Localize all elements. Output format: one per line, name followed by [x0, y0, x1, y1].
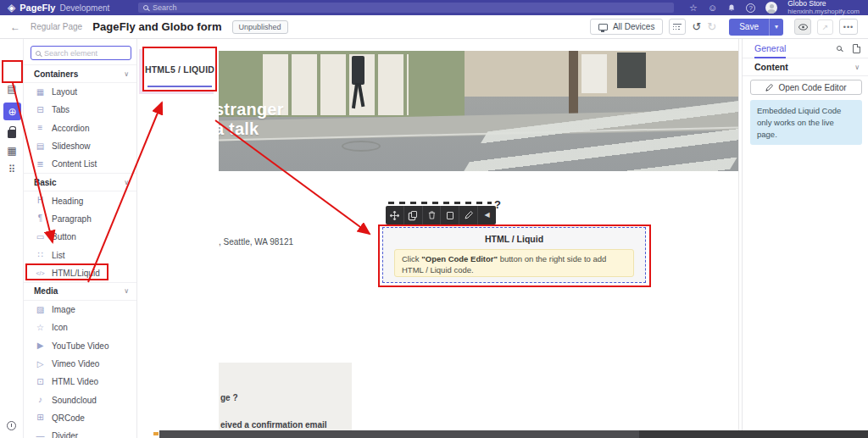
- editor-toolbar: ← Regular Page PageFly and Globo form Un…: [0, 15, 868, 39]
- content-section-header[interactable]: Content ∨: [743, 58, 868, 76]
- element-item-paragraph[interactable]: ¶Paragraph: [24, 210, 137, 228]
- duplicate-icon[interactable]: [404, 206, 423, 225]
- youtube-icon: ▶: [35, 341, 46, 350]
- element-item-youtube-video[interactable]: ▶YouTube Video: [24, 337, 137, 355]
- save-template-icon[interactable]: [441, 206, 459, 225]
- add-element-icon[interactable]: ⊕: [3, 103, 21, 120]
- save-dropdown-caret[interactable]: ▾: [769, 19, 783, 36]
- store-info[interactable]: Globo Store hienxinh.myshopify.com: [787, 0, 860, 15]
- chat-icon[interactable]: ☺: [708, 3, 717, 13]
- element-item-vimeo-video[interactable]: ▷Vimeo Video: [24, 355, 137, 373]
- history-icon[interactable]: [7, 421, 16, 430]
- element-item-heading[interactable]: HHeading: [24, 191, 137, 209]
- move-icon[interactable]: [386, 206, 404, 225]
- element-item-accordion[interactable]: ≡Accordion: [24, 119, 137, 137]
- more-button[interactable]: •••: [839, 19, 858, 35]
- selected-element-annotation: HTML / Liquid Click "Open Code Editor" b…: [378, 225, 651, 287]
- section-header-containers[interactable]: Containers∨: [24, 64, 137, 83]
- html-liquid-element[interactable]: HTML / Liquid Click "Open Code Editor" b…: [382, 227, 646, 283]
- star-icon[interactable]: ☆: [689, 3, 698, 13]
- store-name: Globo Store: [787, 0, 860, 8]
- store-avatar[interactable]: [765, 2, 777, 14]
- element-item-layout[interactable]: ▦Layout: [24, 83, 137, 101]
- all-devices-label: All Devices: [613, 22, 654, 31]
- element-item-tabs[interactable]: ⊟Tabs: [24, 101, 137, 119]
- trash-icon[interactable]: [423, 206, 442, 225]
- address-text: , Seattle, WA 98121: [219, 237, 293, 247]
- preview-button[interactable]: [794, 19, 811, 35]
- monitor-icon: [598, 24, 608, 30]
- element-item-label: Button: [52, 232, 76, 241]
- chevron-down-icon: ∨: [124, 179, 129, 186]
- element-item-label: HTML Video: [52, 377, 98, 386]
- element-item-list[interactable]: ∷List: [24, 246, 137, 263]
- hero-manhole: [342, 141, 381, 152]
- pen-icon[interactable]: [459, 206, 478, 225]
- document-icon[interactable]: [853, 44, 860, 53]
- element-item-html-liquid[interactable]: </>HTML/Liquid: [24, 264, 137, 282]
- global-search[interactable]: [138, 3, 674, 13]
- soundcloud-icon: ♪: [35, 396, 46, 404]
- element-sections: Containers∨▦Layout⊟Tabs≡Accordion▤Slides…: [24, 64, 137, 438]
- export-button[interactable]: ↗: [817, 19, 833, 35]
- undo-icon[interactable]: ↺: [692, 21, 701, 32]
- vimeo-icon: ▷: [35, 360, 46, 369]
- element-item-label: Layout: [52, 87, 77, 97]
- page-right-edge: [738, 39, 739, 438]
- element-item-label: Tabs: [52, 105, 70, 114]
- horizontal-scrollbar[interactable]: [159, 430, 868, 438]
- global-search-input[interactable]: [153, 3, 669, 12]
- element-item-html-video[interactable]: ⊡HTML Video: [24, 373, 137, 391]
- element-item-label: Content List: [52, 159, 97, 169]
- inspector-panel: General Content ∨ Open Code Editor Embed…: [742, 39, 868, 438]
- templates-icon[interactable]: ▦: [0, 146, 24, 156]
- element-item-label: Paragraph: [52, 214, 92, 224]
- scrollbar-thumb[interactable]: [159, 430, 639, 438]
- element-item-qrcode[interactable]: ⊞QRCode: [24, 409, 137, 427]
- element-item-icon[interactable]: ☆Icon: [24, 319, 137, 336]
- pages-icon[interactable]: ▤: [0, 84, 24, 94]
- save-button[interactable]: Save: [729, 19, 769, 36]
- section-label: Basic: [34, 178, 124, 187]
- element-item-image[interactable]: ▨Image: [24, 301, 137, 319]
- apps-icon[interactable]: ⠿: [0, 164, 24, 175]
- back-arrow-icon[interactable]: ←: [10, 21, 20, 33]
- shopify-icon[interactable]: [8, 130, 16, 138]
- tabs-icon: ⊟: [35, 106, 46, 114]
- element-item-divider[interactable]: —Divider: [24, 427, 137, 438]
- element-item-soundcloud[interactable]: ♪Soundcloud: [24, 391, 137, 408]
- bell-icon[interactable]: [727, 3, 736, 13]
- pagefly-editor: ◈ PageFly Development ☆ ☺ ? Globo Store …: [0, 0, 868, 438]
- canvas[interactable]: HTML5 / LIQUID stranger a talk , Seattle…: [137, 39, 742, 438]
- hero-door: [581, 54, 607, 93]
- section-label: Media: [34, 286, 124, 296]
- element-item-slideshow[interactable]: ▤Slideshow: [24, 137, 137, 155]
- save-split-button: Save ▾: [729, 19, 783, 36]
- open-code-editor-button[interactable]: Open Code Editor: [750, 80, 862, 95]
- element-item-label: Accordion: [52, 124, 89, 133]
- section-header-basic[interactable]: Basic∨: [24, 173, 137, 191]
- hero-pillar: [569, 51, 578, 119]
- hero-image[interactable]: stranger a talk: [219, 51, 738, 171]
- all-devices-button[interactable]: All Devices: [590, 19, 663, 35]
- brand-name: PageFly: [19, 3, 55, 13]
- store-domain: hienxinh.myshopify.com: [787, 8, 860, 15]
- element-item-button[interactable]: ▭Button: [24, 228, 137, 246]
- element-item-label: Vimeo Video: [52, 359, 99, 369]
- element-search-input[interactable]: [44, 49, 126, 58]
- hero-heading: stranger a talk: [219, 100, 284, 139]
- back-label[interactable]: Regular Page: [31, 22, 82, 31]
- drag-ghost-label: HTML5 / LIQUID: [145, 64, 214, 75]
- help-icon[interactable]: ?: [746, 3, 755, 13]
- element-item-label: Heading: [52, 197, 83, 206]
- tab-general[interactable]: General: [754, 39, 786, 58]
- shortcuts-button[interactable]: [669, 19, 686, 35]
- element-search[interactable]: [31, 46, 131, 60]
- section-header-media[interactable]: Media∨: [24, 282, 137, 301]
- search-icon[interactable]: [837, 46, 842, 51]
- app-logo[interactable]: ◈ PageFly Development: [0, 3, 138, 13]
- section-label: Containers: [34, 69, 124, 79]
- element-item-content-list[interactable]: ≣Content List: [24, 155, 137, 173]
- collapse-icon[interactable]: ◀: [478, 206, 496, 225]
- left-rail: ▤ ⊕ ▦ ⠿ ›_: [0, 39, 24, 438]
